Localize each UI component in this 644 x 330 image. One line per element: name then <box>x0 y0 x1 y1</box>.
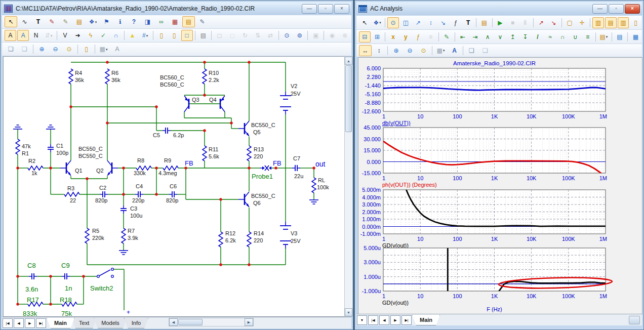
cursor-vertical-button[interactable]: ⊞ <box>372 31 383 43</box>
next-high-button[interactable]: ↥ <box>507 31 518 43</box>
analysis-tabnav-icon[interactable]: |◀ <box>368 315 378 325</box>
vertical-tag-mode-button[interactable]: ↕ <box>425 17 436 28</box>
attr-voltage-button[interactable]: V <box>59 30 71 41</box>
plot-horizontal-button[interactable]: ▤ <box>605 17 617 28</box>
ac-analysis-titlebar[interactable]: AC Analysis —▫× <box>356 2 642 15</box>
schematic-tab-models[interactable]: Models <box>94 318 127 328</box>
info-mode-button[interactable]: ℹ <box>114 16 127 27</box>
schematic-tabnav-icon[interactable]: ◀ <box>14 318 24 328</box>
bring-front-button[interactable]: ❏ <box>465 45 478 56</box>
component-menu-button[interactable]: ❖▾ <box>372 17 383 28</box>
next-slope-button[interactable]: / <box>532 31 544 43</box>
next-peak-button[interactable]: ∧ <box>482 31 494 43</box>
negative-slope-button[interactable]: ↘ <box>548 17 559 28</box>
restore-button[interactable]: ▫ <box>318 4 333 14</box>
wire-mode-button[interactable]: ∿ <box>18 16 31 27</box>
grid-snap-button[interactable]: ▦▾ <box>97 44 110 55</box>
component-menu-button[interactable]: ❖▾ <box>87 16 99 27</box>
scroll-left-icon[interactable]: ◀ <box>169 318 178 326</box>
schematic-vertical-scrollbar[interactable]: ▲ ▼ <box>344 56 353 317</box>
data-points-button[interactable]: ▢ <box>564 17 576 28</box>
select-region-button[interactable]: □ <box>181 30 193 41</box>
schematic-tab-info[interactable]: Info <box>124 318 148 328</box>
attr-crossing-button[interactable]: ∩ <box>110 30 122 41</box>
schematic-vscroll-thumb[interactable] <box>345 65 352 132</box>
schematic-hscroll-thumb[interactable] <box>178 319 203 325</box>
window-edit-button[interactable]: ✎ <box>196 16 209 27</box>
analysis-tabnav-icon[interactable]: ▶| <box>401 315 412 325</box>
grid-snap-button[interactable]: ▦▾ <box>434 45 447 56</box>
cursor-mode-button[interactable]: ◫ <box>400 17 412 28</box>
schematic-titlebar[interactable]: C:\MC11\DATA\Petrov\RIAA\Amatarske_Radio… <box>2 2 351 15</box>
text-mode-button[interactable]: T <box>462 17 474 28</box>
global-high-button[interactable]: ∩ <box>557 31 569 43</box>
analysis-tabnav-icon[interactable]: ▶ <box>390 315 400 325</box>
schematic-horizontal-scrollbar[interactable]: ◀ ▶ <box>169 318 254 326</box>
flag-mode-button[interactable]: ⚑ <box>100 16 113 27</box>
cursor-left-button[interactable]: ⇤ <box>457 31 469 43</box>
schematic-tabnav-icon[interactable]: ▶| <box>36 318 46 328</box>
analysis-tabnav-icon[interactable]: ◀ <box>379 315 389 325</box>
next-valley-button[interactable]: ∨ <box>495 31 506 43</box>
close-button[interactable]: × <box>334 4 349 14</box>
bring-front-button[interactable]: ❏ <box>5 44 17 55</box>
attr-text-button[interactable]: A <box>17 30 29 41</box>
plot-panel[interactable]: 6.0002.280-1.440-5.160-8.880-12.60011010… <box>358 57 642 314</box>
attr-power-button[interactable]: ϟ <box>85 30 96 41</box>
cursor-x-value-button[interactable]: x <box>387 31 399 43</box>
select-tool-button[interactable]: ↖ <box>359 17 371 28</box>
analysis-tabnav-icon[interactable]: ▼ <box>357 315 367 325</box>
run-button[interactable]: ▶ <box>495 17 506 28</box>
restore-button[interactable]: ▫ <box>609 4 624 14</box>
scroll-right-icon[interactable]: ▶ <box>245 318 253 326</box>
cursor-fx-value-button[interactable]: ƒ <box>413 31 424 43</box>
tracker-button[interactable]: ✛ <box>577 17 588 28</box>
clipboard-button[interactable]: ▤▾ <box>598 31 610 43</box>
attr-current-button[interactable]: ➜ <box>72 30 84 41</box>
picture-mode-button[interactable]: ▤ <box>73 16 86 27</box>
watch-button[interactable]: ▦ <box>630 31 641 43</box>
zoom-out-button[interactable]: ⊖ <box>404 45 416 56</box>
schematic-tab-text[interactable]: Text <box>71 318 97 328</box>
send-back-button[interactable]: ❏ <box>18 44 31 55</box>
region-enable-button[interactable]: ▦ <box>169 16 181 27</box>
analysis-tab-main[interactable]: Main <box>412 315 440 325</box>
plot-overlay-button[interactable]: ▯ <box>630 17 641 28</box>
properties-button[interactable]: ▤ <box>478 17 490 28</box>
point-tag-mode-button[interactable]: ↗ <box>413 17 424 28</box>
formula-text-mode-button[interactable]: ƒ <box>450 17 462 28</box>
schematic-tabnav-icon[interactable]: ▶ <box>25 318 35 328</box>
find-button[interactable]: ⊙ <box>281 30 293 41</box>
attr-node-numbers-button[interactable]: N <box>30 30 42 41</box>
scroll-up-icon[interactable]: ▲ <box>345 57 352 65</box>
help-mode-button[interactable]: ? <box>128 16 140 27</box>
find-next-button[interactable]: ⊚ <box>294 30 305 41</box>
envelope-button[interactable]: ≡ <box>582 31 593 43</box>
y-axis-scale-button[interactable]: ↕ <box>373 45 385 56</box>
schematic-tab-main[interactable]: Main <box>47 318 74 328</box>
file-list-button[interactable]: ▤ <box>182 16 195 27</box>
cursor-horizontal-button[interactable]: ⊟ <box>359 31 371 43</box>
grid-menu-button[interactable]: #▾ <box>139 30 151 41</box>
next-low-button[interactable]: ↧ <box>519 31 531 43</box>
analysis-hscroll-thumb[interactable] <box>629 316 640 324</box>
font-button[interactable]: A <box>448 45 461 56</box>
page-add-button[interactable]: ▯ <box>155 30 167 41</box>
minimize-button[interactable]: — <box>592 4 608 14</box>
properties-button[interactable]: ▤ <box>197 30 209 41</box>
edit-properties-button[interactable]: ✎ <box>441 31 453 43</box>
zoom-in-button[interactable]: ⊕ <box>35 44 48 55</box>
select-tool-button[interactable]: ↖ <box>5 16 17 27</box>
schematic-canvas[interactable]: R436kR636kR102.2kBC560_CBC560_CQ3Q4V225V… <box>3 56 345 317</box>
scroll-down-icon[interactable]: ▼ <box>345 308 352 316</box>
help-bar-button[interactable]: ◨ <box>141 16 154 27</box>
font-button[interactable]: A <box>111 44 124 55</box>
global-low-button[interactable]: ∪ <box>570 31 581 43</box>
schematic-tabnav-icon[interactable]: |◀ <box>3 318 13 328</box>
close-button[interactable]: × <box>625 4 640 14</box>
zoom-out-button[interactable]: ⊖ <box>49 44 62 55</box>
attr-grid-text-button[interactable]: A <box>5 30 16 41</box>
design-rules-button[interactable]: ▲ <box>127 30 138 41</box>
zoom-100-button[interactable]: ⊙ <box>63 44 75 55</box>
x-axis-scale-button[interactable]: ↔ <box>359 45 372 56</box>
